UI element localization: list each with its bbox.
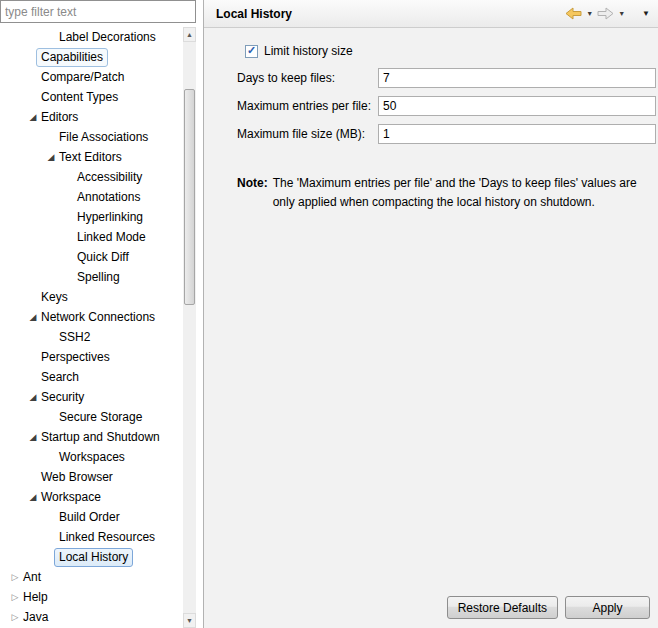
page-content: ✓ Limit history size Days to keep files:… [204, 28, 658, 628]
tree-item-label: Local History [54, 548, 133, 567]
tree-item[interactable]: File Associations [0, 127, 183, 147]
tree-item[interactable]: Quick Diff [0, 247, 183, 267]
tree-item-label: File Associations [54, 128, 153, 147]
tree-item-label: Perspectives [36, 348, 115, 367]
apply-button[interactable]: Apply [565, 596, 650, 619]
tree-item-label: Build Order [54, 508, 125, 527]
tree-item[interactable]: Label Decorations [0, 27, 183, 47]
page-header: Local History ▼ ▼ ▼ [204, 0, 658, 28]
tree-item-label: Search [36, 368, 84, 387]
tree-panel: Label DecorationsCapabilitiesCompare/Pat… [0, 0, 196, 628]
note-label: Note: [237, 174, 268, 212]
tree-item[interactable]: Search [0, 367, 183, 387]
tree-item[interactable]: ◢Startup and Shutdown [0, 427, 183, 447]
tree-item[interactable]: Local History [0, 547, 183, 567]
tree-item-label: Content Types [36, 88, 123, 107]
max-entries-input[interactable] [378, 96, 656, 116]
tree-item-label: SSH2 [54, 328, 95, 347]
tree-item[interactable]: ◢Security [0, 387, 183, 407]
tree-item-label: Secure Storage [54, 408, 147, 427]
up-arrow-icon: ▲ [186, 31, 193, 38]
tree-item[interactable]: Perspectives [0, 347, 183, 367]
tree-item[interactable]: Keys [0, 287, 183, 307]
tree-item[interactable]: Linked Mode [0, 227, 183, 247]
fields-group: Days to keep files: Maximum entries per … [204, 64, 658, 148]
scroll-down-button[interactable]: ▼ [183, 613, 196, 628]
tree-item-label: Editors [36, 108, 83, 127]
back-dropdown-icon[interactable]: ▼ [585, 10, 594, 17]
tree-item[interactable]: Build Order [0, 507, 183, 527]
tree-item-label: Spelling [72, 268, 125, 287]
tree-item-label: Java [18, 608, 53, 627]
tree-item[interactable]: Web Browser [0, 467, 183, 487]
tree-item[interactable]: ▷Help [0, 587, 183, 607]
restore-defaults-button[interactable]: Restore Defaults [447, 596, 558, 619]
tree-item[interactable]: ▷Ant [0, 567, 183, 587]
page-title: Local History [204, 7, 292, 21]
tree-item[interactable]: Secure Storage [0, 407, 183, 427]
days-to-keep-input[interactable] [378, 68, 656, 88]
tree-item-label: Workspace [36, 488, 106, 507]
tree-item[interactable]: Linked Resources [0, 527, 183, 547]
tree-item[interactable]: ◢Text Editors [0, 147, 183, 167]
tree-item[interactable]: Capabilities [0, 47, 183, 67]
tree-item[interactable]: Accessibility [0, 167, 183, 187]
tree-item[interactable]: Hyperlinking [0, 207, 183, 227]
tree-item-label: Linked Mode [72, 228, 151, 247]
tree-item[interactable]: ◢Editors [0, 107, 183, 127]
limit-history-checkbox[interactable]: ✓ [245, 45, 258, 58]
tree-item-label: Accessibility [72, 168, 147, 187]
forward-button[interactable] [597, 7, 614, 20]
tree-item-label: Linked Resources [54, 528, 160, 547]
max-file-size-label: Maximum file size (MB): [237, 127, 378, 141]
forward-dropdown-icon[interactable]: ▼ [617, 10, 626, 17]
tree-item[interactable]: Spelling [0, 267, 183, 287]
note: Note: The 'Maximum entries per file' and… [237, 174, 658, 212]
check-icon: ✓ [247, 45, 256, 56]
tree-item-label: Label Decorations [54, 28, 161, 47]
tree-item-label: Network Connections [36, 308, 160, 327]
tree-item[interactable]: Annotations [0, 187, 183, 207]
tree-item-label: Help [18, 588, 53, 607]
tree-item[interactable]: Compare/Patch [0, 67, 183, 87]
note-text: The 'Maximum entries per file' and the '… [273, 174, 650, 212]
tree-item-label: Security [36, 388, 89, 407]
tree-item[interactable]: Workspaces [0, 447, 183, 467]
tree-item-label: Startup and Shutdown [36, 428, 165, 447]
tree-item-label: Quick Diff [72, 248, 134, 267]
tree-item-label: Web Browser [36, 468, 118, 487]
scrollbar-thumb[interactable] [184, 89, 195, 305]
limit-history-label: Limit history size [264, 44, 353, 58]
max-entries-label: Maximum entries per file: [237, 99, 378, 113]
tree-item-label: Capabilities [36, 48, 108, 67]
tree-item-label: Compare/Patch [36, 68, 129, 87]
scroll-up-button[interactable]: ▲ [183, 27, 196, 42]
page-nav-toolbar: ▼ ▼ ▼ [565, 7, 658, 20]
preference-page: Local History ▼ ▼ ▼ ✓ Limit history size [203, 0, 658, 628]
tree-item-label: Workspaces [54, 448, 130, 467]
tree-item[interactable]: ◢Workspace [0, 487, 183, 507]
filter-input[interactable] [0, 0, 196, 23]
tree-item-label: Text Editors [54, 148, 127, 167]
tree-item[interactable]: ◢Network Connections [0, 307, 183, 327]
sash-divider[interactable] [196, 0, 203, 628]
field-row: Days to keep files: [204, 64, 658, 92]
limit-history-row: ✓ Limit history size [245, 44, 658, 58]
preferences-dialog: Label DecorationsCapabilitiesCompare/Pat… [0, 0, 658, 628]
max-file-size-input[interactable] [378, 124, 656, 144]
field-row: Maximum entries per file: [204, 92, 658, 120]
field-row: Maximum file size (MB): [204, 120, 658, 148]
tree-item-label: Keys [36, 288, 73, 307]
view-menu-icon[interactable]: ▼ [641, 9, 651, 18]
tree-item[interactable]: SSH2 [0, 327, 183, 347]
back-button[interactable] [565, 7, 582, 20]
tree-item-label: Annotations [72, 188, 145, 207]
tree-scrollbar[interactable]: ▲ ▼ [183, 27, 196, 628]
down-arrow-icon: ▼ [186, 617, 193, 624]
tree-item[interactable]: Content Types [0, 87, 183, 107]
preference-tree: Label DecorationsCapabilitiesCompare/Pat… [0, 27, 183, 628]
tree-item[interactable]: ▷Java [0, 607, 183, 627]
button-bar: Restore Defaults Apply [447, 596, 650, 619]
days-to-keep-label: Days to keep files: [237, 71, 378, 85]
tree-item-label: Hyperlinking [72, 208, 148, 227]
